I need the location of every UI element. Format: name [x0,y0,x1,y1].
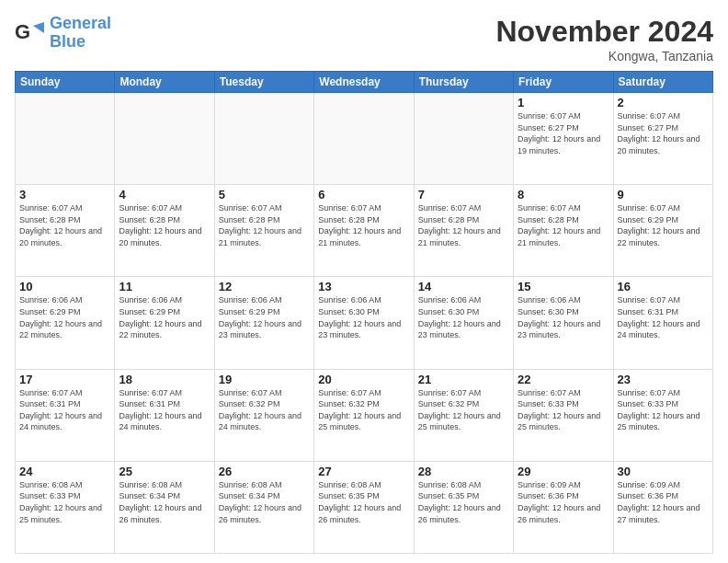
month-title: November 2024 [495,15,713,49]
day-number: 5 [219,188,310,201]
cell-3-6: 23Sunrise: 6:07 AM Sunset: 6:33 PM Dayli… [613,369,712,461]
cell-2-0: 10Sunrise: 6:06 AM Sunset: 6:29 PM Dayli… [16,277,115,369]
day-number: 10 [19,280,110,293]
cell-info: Sunrise: 6:07 AM Sunset: 6:28 PM Dayligh… [518,202,609,248]
day-number: 17 [19,373,110,386]
day-number: 13 [318,280,409,293]
day-number: 25 [119,465,210,478]
cell-0-5: 1Sunrise: 6:07 AM Sunset: 6:27 PM Daylig… [514,93,613,185]
day-number: 7 [418,188,509,201]
cell-2-5: 15Sunrise: 6:06 AM Sunset: 6:30 PM Dayli… [514,277,613,369]
cell-1-6: 9Sunrise: 6:07 AM Sunset: 6:29 PM Daylig… [613,185,712,277]
cell-info: Sunrise: 6:07 AM Sunset: 6:27 PM Dayligh… [518,110,609,156]
day-number: 8 [518,188,609,201]
cell-0-4 [414,93,513,185]
cell-2-2: 12Sunrise: 6:06 AM Sunset: 6:29 PM Dayli… [214,277,313,369]
cell-2-1: 11Sunrise: 6:06 AM Sunset: 6:29 PM Dayli… [115,277,214,369]
col-header-sunday: Sunday [16,72,115,93]
day-number: 29 [518,465,609,478]
cell-info: Sunrise: 6:08 AM Sunset: 6:34 PM Dayligh… [219,479,310,525]
cell-info: Sunrise: 6:06 AM Sunset: 6:29 PM Dayligh… [219,294,310,340]
svg-marker-1 [33,22,44,33]
cell-info: Sunrise: 6:09 AM Sunset: 6:36 PM Dayligh… [618,479,709,525]
day-number: 19 [219,373,310,386]
col-header-tuesday: Tuesday [214,72,313,93]
cell-info: Sunrise: 6:06 AM Sunset: 6:29 PM Dayligh… [19,294,110,340]
cell-info: Sunrise: 6:07 AM Sunset: 6:28 PM Dayligh… [119,202,210,248]
day-number: 12 [219,280,310,293]
col-header-friday: Friday [514,72,613,93]
cell-3-2: 19Sunrise: 6:07 AM Sunset: 6:32 PM Dayli… [214,369,313,461]
day-number: 20 [318,373,409,386]
day-number: 15 [518,280,609,293]
cell-info: Sunrise: 6:07 AM Sunset: 6:28 PM Dayligh… [318,202,409,248]
cell-0-1 [115,93,214,185]
cell-0-0 [16,93,115,185]
week-row-1: 3Sunrise: 6:07 AM Sunset: 6:28 PM Daylig… [16,185,713,277]
day-number: 14 [418,280,509,293]
cell-2-3: 13Sunrise: 6:06 AM Sunset: 6:30 PM Dayli… [314,277,414,369]
day-number: 28 [418,465,509,478]
cell-1-1: 4Sunrise: 6:07 AM Sunset: 6:28 PM Daylig… [115,185,214,277]
cell-3-5: 22Sunrise: 6:07 AM Sunset: 6:33 PM Dayli… [514,369,613,461]
cell-4-6: 30Sunrise: 6:09 AM Sunset: 6:36 PM Dayli… [613,461,712,553]
cell-4-4: 28Sunrise: 6:08 AM Sunset: 6:35 PM Dayli… [414,461,513,553]
header-row: SundayMondayTuesdayWednesdayThursdayFrid… [16,72,713,93]
cell-3-0: 17Sunrise: 6:07 AM Sunset: 6:31 PM Dayli… [16,369,115,461]
day-number: 16 [618,280,709,293]
cell-info: Sunrise: 6:09 AM Sunset: 6:36 PM Dayligh… [518,479,609,525]
cell-1-5: 8Sunrise: 6:07 AM Sunset: 6:28 PM Daylig… [514,185,613,277]
day-number: 22 [518,373,609,386]
day-number: 4 [119,188,210,201]
title-block: November 2024 Kongwa, Tanzania [495,15,713,63]
cell-0-2 [214,93,313,185]
logo-icon: G [15,18,44,48]
day-number: 3 [19,188,110,201]
cell-info: Sunrise: 6:07 AM Sunset: 6:28 PM Dayligh… [219,202,310,248]
day-number: 27 [318,465,409,478]
day-number: 30 [618,465,709,478]
cell-info: Sunrise: 6:08 AM Sunset: 6:35 PM Dayligh… [418,479,509,525]
cell-info: Sunrise: 6:07 AM Sunset: 6:32 PM Dayligh… [418,387,509,433]
cell-info: Sunrise: 6:07 AM Sunset: 6:31 PM Dayligh… [19,387,110,433]
day-number: 18 [119,373,210,386]
week-row-2: 10Sunrise: 6:06 AM Sunset: 6:29 PM Dayli… [16,277,713,369]
col-header-thursday: Thursday [414,72,513,93]
logo-line1: General [50,14,111,32]
day-number: 6 [318,188,409,201]
cell-info: Sunrise: 6:08 AM Sunset: 6:34 PM Dayligh… [119,479,210,525]
cell-4-2: 26Sunrise: 6:08 AM Sunset: 6:34 PM Dayli… [214,461,313,553]
col-header-wednesday: Wednesday [314,72,414,93]
cell-3-3: 20Sunrise: 6:07 AM Sunset: 6:32 PM Dayli… [314,369,414,461]
cell-1-4: 7Sunrise: 6:07 AM Sunset: 6:28 PM Daylig… [414,185,513,277]
cell-1-3: 6Sunrise: 6:07 AM Sunset: 6:28 PM Daylig… [314,185,414,277]
cell-1-2: 5Sunrise: 6:07 AM Sunset: 6:28 PM Daylig… [214,185,313,277]
cell-info: Sunrise: 6:07 AM Sunset: 6:33 PM Dayligh… [518,387,609,433]
cell-info: Sunrise: 6:06 AM Sunset: 6:30 PM Dayligh… [418,294,509,340]
cell-info: Sunrise: 6:06 AM Sunset: 6:30 PM Dayligh… [318,294,409,340]
day-number: 11 [119,280,210,293]
cell-info: Sunrise: 6:07 AM Sunset: 6:32 PM Dayligh… [219,387,310,433]
cell-info: Sunrise: 6:08 AM Sunset: 6:33 PM Dayligh… [19,479,110,525]
day-number: 1 [518,96,609,109]
day-number: 21 [418,373,509,386]
day-number: 24 [19,465,110,478]
header: G General Blue November 2024 Kongwa, Tan… [15,15,713,63]
cell-3-4: 21Sunrise: 6:07 AM Sunset: 6:32 PM Dayli… [414,369,513,461]
week-row-0: 1Sunrise: 6:07 AM Sunset: 6:27 PM Daylig… [16,93,713,185]
cell-info: Sunrise: 6:07 AM Sunset: 6:28 PM Dayligh… [19,202,110,248]
cell-0-6: 2Sunrise: 6:07 AM Sunset: 6:27 PM Daylig… [613,93,712,185]
cell-info: Sunrise: 6:07 AM Sunset: 6:31 PM Dayligh… [618,294,709,340]
page: G General Blue November 2024 Kongwa, Tan… [0,0,728,563]
day-number: 23 [618,373,709,386]
cell-info: Sunrise: 6:07 AM Sunset: 6:27 PM Dayligh… [618,110,709,156]
cell-info: Sunrise: 6:06 AM Sunset: 6:30 PM Dayligh… [518,294,609,340]
cell-info: Sunrise: 6:07 AM Sunset: 6:31 PM Dayligh… [119,387,210,433]
cell-2-4: 14Sunrise: 6:06 AM Sunset: 6:30 PM Dayli… [414,277,513,369]
location: Kongwa, Tanzania [495,49,713,63]
logo: G General Blue [15,15,111,52]
svg-text:G: G [15,20,30,43]
logo-line2: Blue [50,32,85,51]
cell-4-3: 27Sunrise: 6:08 AM Sunset: 6:35 PM Dayli… [314,461,414,553]
cell-3-1: 18Sunrise: 6:07 AM Sunset: 6:31 PM Dayli… [115,369,214,461]
